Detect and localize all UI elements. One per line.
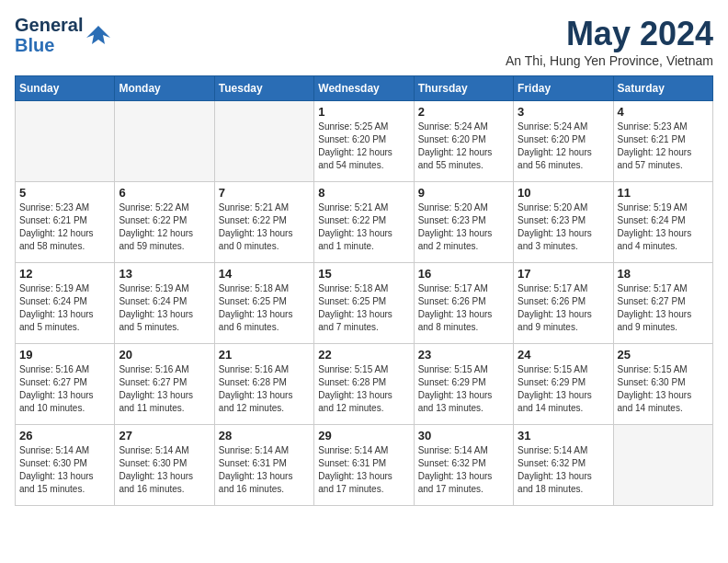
calendar-cell: 18Sunrise: 5:17 AM Sunset: 6:27 PM Dayli…: [613, 263, 712, 344]
calendar-cell: 8Sunrise: 5:21 AM Sunset: 6:22 PM Daylig…: [314, 182, 414, 263]
day-number: 26: [19, 429, 110, 442]
header-day-tuesday: Tuesday: [214, 76, 313, 101]
header-day-thursday: Thursday: [414, 76, 513, 101]
day-number: 8: [318, 186, 409, 200]
calendar-cell: 10Sunrise: 5:20 AM Sunset: 6:23 PM Dayli…: [514, 182, 613, 263]
calendar-cell: 3Sunrise: 5:24 AM Sunset: 6:20 PM Daylig…: [514, 101, 613, 182]
day-info: Sunrise: 5:15 AM Sunset: 6:30 PM Dayligh…: [618, 363, 709, 415]
calendar-cell: 27Sunrise: 5:14 AM Sunset: 6:30 PM Dayli…: [115, 425, 214, 506]
header-row: SundayMondayTuesdayWednesdayThursdayFrid…: [16, 76, 713, 101]
calendar-cell: 13Sunrise: 5:19 AM Sunset: 6:24 PM Dayli…: [115, 263, 214, 344]
day-number: 31: [518, 429, 609, 442]
day-number: 19: [19, 348, 110, 362]
day-number: 9: [418, 186, 509, 200]
day-info: Sunrise: 5:14 AM Sunset: 6:30 PM Dayligh…: [19, 444, 110, 496]
day-number: 12: [19, 267, 110, 281]
calendar-cell: [115, 101, 214, 182]
day-info: Sunrise: 5:14 AM Sunset: 6:31 PM Dayligh…: [219, 444, 310, 496]
week-row-4: 26Sunrise: 5:14 AM Sunset: 6:30 PM Dayli…: [16, 425, 713, 506]
day-number: 2: [418, 105, 509, 119]
day-info: Sunrise: 5:24 AM Sunset: 6:20 PM Dayligh…: [518, 121, 609, 172]
day-number: 15: [318, 267, 409, 281]
calendar-cell: 25Sunrise: 5:15 AM Sunset: 6:30 PM Dayli…: [613, 344, 712, 425]
calendar-cell: 12Sunrise: 5:19 AM Sunset: 6:24 PM Dayli…: [16, 263, 115, 344]
calendar-cell: 21Sunrise: 5:16 AM Sunset: 6:28 PM Dayli…: [214, 344, 313, 425]
calendar-cell: 1Sunrise: 5:25 AM Sunset: 6:20 PM Daylig…: [314, 101, 414, 182]
day-number: 13: [119, 267, 210, 281]
day-number: 27: [119, 429, 210, 442]
week-row-3: 19Sunrise: 5:16 AM Sunset: 6:27 PM Dayli…: [16, 344, 713, 425]
calendar-cell: 7Sunrise: 5:21 AM Sunset: 6:22 PM Daylig…: [214, 182, 313, 263]
day-number: 23: [418, 348, 509, 362]
logo-blue-text: Blue: [15, 35, 83, 55]
calendar-cell: 22Sunrise: 5:15 AM Sunset: 6:28 PM Dayli…: [314, 344, 414, 425]
day-info: Sunrise: 5:17 AM Sunset: 6:27 PM Dayligh…: [618, 282, 709, 334]
day-number: 21: [219, 348, 310, 362]
calendar-cell: 29Sunrise: 5:14 AM Sunset: 6:31 PM Dayli…: [314, 425, 414, 506]
day-info: Sunrise: 5:16 AM Sunset: 6:27 PM Dayligh…: [19, 363, 110, 415]
day-info: Sunrise: 5:21 AM Sunset: 6:22 PM Dayligh…: [318, 201, 409, 253]
day-number: 10: [518, 186, 609, 200]
day-info: Sunrise: 5:24 AM Sunset: 6:20 PM Dayligh…: [418, 121, 509, 172]
logo-name: General Blue: [15, 15, 83, 55]
title-section: May 2024 An Thi, Hung Yen Province, Viet…: [506, 15, 713, 68]
calendar-cell: 23Sunrise: 5:15 AM Sunset: 6:29 PM Dayli…: [414, 344, 513, 425]
day-info: Sunrise: 5:23 AM Sunset: 6:21 PM Dayligh…: [19, 201, 110, 253]
day-info: Sunrise: 5:15 AM Sunset: 6:29 PM Dayligh…: [418, 363, 509, 415]
calendar-cell: 14Sunrise: 5:18 AM Sunset: 6:25 PM Dayli…: [214, 263, 313, 344]
day-number: 11: [618, 186, 709, 200]
day-info: Sunrise: 5:19 AM Sunset: 6:24 PM Dayligh…: [19, 282, 110, 334]
day-number: 25: [618, 348, 709, 362]
day-info: Sunrise: 5:25 AM Sunset: 6:20 PM Dayligh…: [318, 121, 409, 172]
calendar-cell: 17Sunrise: 5:17 AM Sunset: 6:26 PM Dayli…: [514, 263, 613, 344]
logo: General Blue: [15, 15, 112, 55]
day-number: 20: [119, 348, 210, 362]
day-info: Sunrise: 5:14 AM Sunset: 6:32 PM Dayligh…: [418, 444, 509, 496]
day-info: Sunrise: 5:16 AM Sunset: 6:28 PM Dayligh…: [219, 363, 310, 415]
calendar-cell: 30Sunrise: 5:14 AM Sunset: 6:32 PM Dayli…: [414, 425, 513, 506]
day-number: 30: [418, 429, 509, 442]
calendar-cell: [16, 101, 115, 182]
day-number: 14: [219, 267, 310, 281]
day-info: Sunrise: 5:19 AM Sunset: 6:24 PM Dayligh…: [119, 282, 210, 334]
calendar-cell: 28Sunrise: 5:14 AM Sunset: 6:31 PM Dayli…: [214, 425, 313, 506]
day-number: 22: [318, 348, 409, 362]
day-info: Sunrise: 5:19 AM Sunset: 6:24 PM Dayligh…: [618, 201, 709, 253]
day-info: Sunrise: 5:14 AM Sunset: 6:32 PM Dayligh…: [518, 444, 609, 496]
calendar-cell: 15Sunrise: 5:18 AM Sunset: 6:25 PM Dayli…: [314, 263, 414, 344]
month-title: May 2024: [506, 15, 713, 53]
calendar-cell: [613, 425, 712, 506]
day-number: 3: [518, 105, 609, 119]
header-day-friday: Friday: [514, 76, 613, 101]
calendar-cell: 16Sunrise: 5:17 AM Sunset: 6:26 PM Dayli…: [414, 263, 513, 344]
day-info: Sunrise: 5:17 AM Sunset: 6:26 PM Dayligh…: [518, 282, 609, 334]
calendar-cell: 24Sunrise: 5:15 AM Sunset: 6:29 PM Dayli…: [514, 344, 613, 425]
day-info: Sunrise: 5:18 AM Sunset: 6:25 PM Dayligh…: [219, 282, 310, 334]
header-day-monday: Monday: [115, 76, 214, 101]
day-number: 5: [19, 186, 110, 200]
day-info: Sunrise: 5:18 AM Sunset: 6:25 PM Dayligh…: [318, 282, 409, 334]
header-day-saturday: Saturday: [613, 76, 712, 101]
header-day-sunday: Sunday: [16, 76, 115, 101]
calendar-cell: 5Sunrise: 5:23 AM Sunset: 6:21 PM Daylig…: [16, 182, 115, 263]
day-info: Sunrise: 5:14 AM Sunset: 6:30 PM Dayligh…: [119, 444, 210, 496]
day-info: Sunrise: 5:20 AM Sunset: 6:23 PM Dayligh…: [518, 201, 609, 253]
calendar-cell: [214, 101, 313, 182]
day-number: 1: [318, 105, 409, 119]
location-subtitle: An Thi, Hung Yen Province, Vietnam: [506, 53, 713, 68]
svg-marker-0: [86, 26, 110, 44]
day-number: 16: [418, 267, 509, 281]
day-number: 28: [219, 429, 310, 442]
calendar-cell: 19Sunrise: 5:16 AM Sunset: 6:27 PM Dayli…: [16, 344, 115, 425]
day-info: Sunrise: 5:22 AM Sunset: 6:22 PM Dayligh…: [119, 201, 210, 253]
calendar-cell: 26Sunrise: 5:14 AM Sunset: 6:30 PM Dayli…: [16, 425, 115, 506]
calendar-header: SundayMondayTuesdayWednesdayThursdayFrid…: [16, 76, 713, 101]
day-number: 17: [518, 267, 609, 281]
day-info: Sunrise: 5:15 AM Sunset: 6:29 PM Dayligh…: [518, 363, 609, 415]
logo-general-text: General: [15, 15, 83, 35]
day-number: 18: [618, 267, 709, 281]
calendar-cell: 31Sunrise: 5:14 AM Sunset: 6:32 PM Dayli…: [514, 425, 613, 506]
day-info: Sunrise: 5:17 AM Sunset: 6:26 PM Dayligh…: [418, 282, 509, 334]
calendar-cell: 20Sunrise: 5:16 AM Sunset: 6:27 PM Dayli…: [115, 344, 214, 425]
week-row-2: 12Sunrise: 5:19 AM Sunset: 6:24 PM Dayli…: [16, 263, 713, 344]
